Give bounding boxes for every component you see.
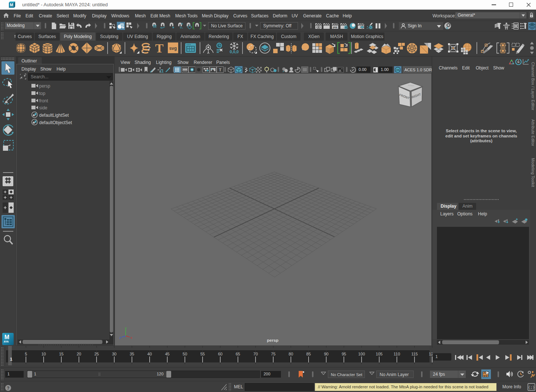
svg-text:{;}: {;}	[528, 386, 535, 390]
svg-text:M: M	[10, 3, 13, 7]
svg-text:x: x	[130, 335, 132, 340]
svg-text:z: z	[119, 335, 121, 340]
svg-text:y: y	[125, 327, 127, 330]
svg-text:svg: svg	[169, 46, 177, 51]
svg-text:x: x	[446, 25, 448, 30]
svg-text:T: T	[155, 42, 164, 54]
svg-text:?: ?	[7, 386, 9, 391]
svg-text:IPR: IPR	[333, 26, 337, 29]
svg-text:0,0,0: 0,0,0	[230, 50, 238, 54]
